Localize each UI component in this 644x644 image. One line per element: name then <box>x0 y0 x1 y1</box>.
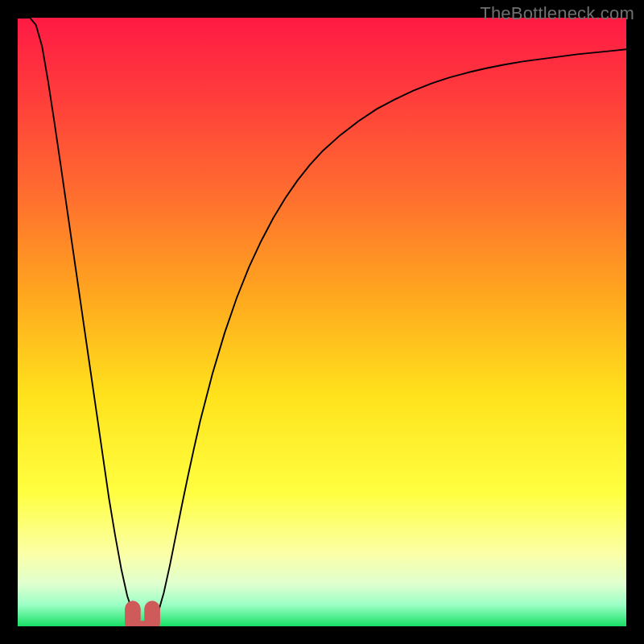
watermark-text: TheBottleneck.com <box>480 3 634 24</box>
plot-area <box>18 18 626 626</box>
bottleneck-curve <box>18 18 626 625</box>
optimum-marker <box>133 609 152 626</box>
chart-frame: TheBottleneck.com <box>0 0 644 644</box>
curve-layer <box>18 18 626 626</box>
